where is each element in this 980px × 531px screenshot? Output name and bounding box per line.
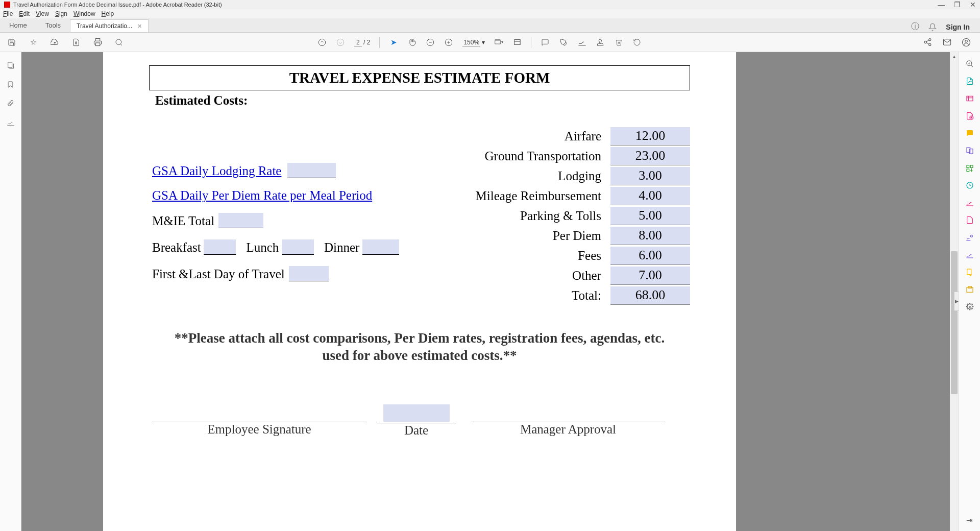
more-tools-icon[interactable]	[966, 303, 974, 311]
maximize-button[interactable]: ❐	[954, 1, 961, 9]
fit-width-icon[interactable]: ▾	[494, 38, 503, 47]
page-up-icon[interactable]	[317, 38, 327, 47]
close-button[interactable]: ✕	[970, 1, 976, 9]
zoom-in-icon[interactable]	[444, 38, 453, 47]
menu-edit[interactable]: Edit	[19, 10, 30, 17]
date-field[interactable]	[383, 404, 450, 422]
redact-icon[interactable]	[966, 199, 974, 207]
export-pdf-icon[interactable]	[966, 77, 974, 85]
stamp-tool-icon[interactable]	[966, 285, 974, 294]
zoom-out-icon[interactable]	[426, 38, 435, 47]
expand-rail-icon[interactable]: ⇥	[966, 516, 973, 525]
lodging-value[interactable]: 3.00	[610, 167, 690, 185]
svg-point-54	[969, 306, 970, 308]
page-indicator[interactable]: 2 / 2	[354, 39, 370, 46]
combine-icon[interactable]	[966, 147, 974, 155]
thumbnails-icon[interactable]	[7, 61, 15, 69]
lock-icon[interactable]	[71, 38, 81, 47]
tab-tools[interactable]: Tools	[36, 18, 70, 32]
arrow-cursor-icon[interactable]: ➤	[389, 38, 398, 47]
search-tool-icon[interactable]	[965, 59, 974, 68]
scroll-up-icon[interactable]: ▲	[951, 53, 958, 60]
share-icon[interactable]	[923, 38, 932, 47]
svg-point-3	[116, 39, 121, 45]
breakfast-field[interactable]	[204, 239, 236, 255]
edit-pdf-icon[interactable]	[966, 94, 974, 103]
parking-value[interactable]: 5.00	[610, 207, 690, 225]
attachment-icon[interactable]	[7, 100, 14, 107]
date-label: Date	[404, 423, 428, 438]
menu-view[interactable]: View	[36, 10, 49, 17]
search-icon[interactable]	[114, 38, 124, 47]
cloud-upload-icon[interactable]	[50, 38, 59, 47]
airfare-value[interactable]: 12.00	[610, 127, 690, 146]
print-icon[interactable]	[93, 38, 102, 47]
fees-value[interactable]: 6.00	[610, 247, 690, 265]
tab-document[interactable]: Travel Authorizatio... ✕	[70, 19, 149, 32]
svg-line-30	[971, 65, 973, 67]
other-label: Other	[399, 269, 610, 283]
menu-sign[interactable]: Sign	[55, 10, 67, 17]
form-title: TRAVEL EXPENSE ESTIMATE FORM	[289, 69, 550, 86]
tab-home[interactable]: Home	[0, 18, 36, 32]
comment-icon[interactable]	[541, 38, 550, 47]
gsa-perdiem-link[interactable]: GSA Daily Per Diem Rate per Meal Period	[152, 188, 372, 203]
compress-icon[interactable]	[966, 181, 974, 189]
create-pdf-icon[interactable]	[966, 112, 974, 120]
menu-window[interactable]: Window	[74, 10, 95, 17]
fit-page-icon[interactable]	[512, 38, 522, 47]
other-value[interactable]: 7.00	[610, 267, 690, 285]
right-collapse-handle[interactable]: ▶	[954, 292, 959, 311]
star-icon[interactable]: ☆	[29, 38, 38, 47]
rotate-icon[interactable]	[632, 38, 642, 47]
total-value[interactable]: 68.00	[610, 286, 690, 305]
first-last-field[interactable]	[289, 266, 329, 281]
lunch-field[interactable]	[282, 239, 314, 255]
gsa-lodging-link[interactable]: GSA Daily Lodging Rate	[152, 164, 281, 178]
svg-rect-27	[8, 62, 12, 68]
tab-close-icon[interactable]: ✕	[137, 23, 142, 30]
mie-total-label: M&IE Total	[152, 214, 214, 228]
protect-icon[interactable]	[966, 216, 974, 224]
first-last-label: First &Last Day of Travel	[152, 267, 285, 281]
document-viewport[interactable]: TRAVEL EXPENSE ESTIMATE FORM Estimated C…	[21, 52, 959, 531]
fill-sign-icon[interactable]	[966, 233, 974, 242]
ground-value[interactable]: 23.00	[610, 147, 690, 165]
highlight-icon[interactable]	[559, 38, 568, 47]
zoom-level[interactable]: 150% ▾	[462, 39, 485, 46]
minimize-button[interactable]: —	[938, 1, 945, 9]
left-nav-rail	[0, 52, 21, 531]
mie-total-field[interactable]	[218, 213, 263, 228]
mileage-value[interactable]: 4.00	[610, 187, 690, 205]
dinner-field[interactable]	[362, 239, 399, 255]
request-sign-icon[interactable]	[966, 251, 974, 259]
sign-icon[interactable]	[577, 38, 586, 47]
manager-approval-label: Manager Approval	[520, 422, 616, 437]
page-down-icon[interactable]	[336, 38, 345, 47]
send-comments-icon[interactable]	[966, 268, 974, 276]
help-icon[interactable]: ⓘ	[911, 21, 919, 32]
airfare-label: Airfare	[399, 129, 610, 143]
organize-icon[interactable]	[966, 164, 974, 172]
svg-rect-51	[967, 269, 971, 275]
delete-icon[interactable]	[614, 38, 623, 47]
svg-rect-14	[514, 40, 520, 45]
menu-file[interactable]: File	[3, 10, 13, 17]
svg-point-20	[924, 41, 926, 43]
perdiem-value[interactable]: 8.00	[610, 227, 690, 245]
save-icon[interactable]	[7, 38, 16, 47]
hand-icon[interactable]	[407, 38, 416, 47]
account-icon[interactable]	[962, 38, 971, 47]
email-icon[interactable]	[942, 38, 951, 47]
comment-tool-icon[interactable]	[966, 129, 974, 137]
bookmark-icon[interactable]	[7, 81, 14, 88]
stamp-icon[interactable]	[596, 38, 605, 47]
pdf-page: TRAVEL EXPENSE ESTIMATE FORM Estimated C…	[103, 52, 736, 531]
gsa-lodging-field[interactable]	[287, 163, 336, 178]
employee-signature-label: Employee Signature	[207, 422, 311, 437]
bell-icon[interactable]	[928, 23, 937, 31]
scrollbar-thumb[interactable]	[951, 251, 958, 394]
signin-button[interactable]: Sign In	[946, 23, 970, 31]
signature-panel-icon[interactable]	[7, 118, 15, 127]
menu-help[interactable]: Help	[102, 10, 114, 17]
